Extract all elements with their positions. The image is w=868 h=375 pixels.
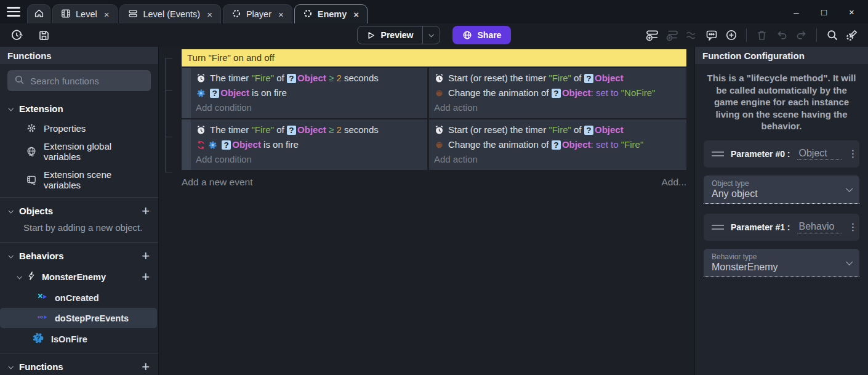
sidebar-item-scene-variables[interactable]: Extension scene variables (0, 166, 158, 194)
save-icon[interactable] (35, 26, 53, 44)
event-block-2[interactable]: The timer "Fire" of ?Object ≥ 2 seconds … (182, 119, 686, 170)
tab-home[interactable] (27, 4, 50, 23)
tab-level[interactable]: Level × (52, 4, 118, 23)
close-tab-icon[interactable]: × (207, 9, 212, 20)
event-drag-handle[interactable] (182, 68, 191, 118)
add-behavior-button[interactable]: + (142, 251, 150, 261)
close-tab-icon[interactable]: × (278, 9, 284, 20)
preview-button[interactable]: Preview (358, 26, 422, 44)
action-text: Change the animation of ?Object: set to … (448, 137, 643, 152)
redo-icon[interactable] (792, 26, 810, 44)
text-segment: of (274, 124, 287, 135)
titlebar: Level × Level (Events) × Player × (0, 0, 868, 23)
behavior-gear-icon (196, 88, 206, 99)
action-line[interactable]: Start (or reset) the timer "Fire" of ?Ob… (434, 123, 681, 137)
event-drag-handle[interactable] (182, 119, 191, 170)
action-line[interactable]: Change the animation of ?Object: set to … (434, 86, 681, 100)
chevron-down-icon (846, 259, 853, 265)
add-condition-link[interactable]: Add condition (196, 152, 422, 166)
section-objects[interactable]: Objects + (0, 201, 158, 221)
parameter-name-input[interactable]: Object (797, 148, 842, 160)
event-block-1[interactable]: The timer "Fire" of ?Object ≥ 2 seconds … (182, 68, 686, 118)
sidebar-item-global-variables[interactable]: Extension global variables (0, 137, 158, 166)
action-line[interactable]: Start (or reset) the timer "Fire" of ?Ob… (434, 71, 681, 86)
chevron-down-icon (846, 185, 853, 192)
condition-icons (196, 140, 218, 150)
sidebar-title: Functions (7, 50, 52, 61)
text-segment: Start (or reset) the timer (448, 73, 549, 83)
minimize-button[interactable]: – (782, 7, 810, 17)
section-label: Functions (19, 361, 63, 372)
config-header: Function Configuration (695, 47, 868, 64)
sidebar-item-label: Properties (44, 123, 86, 134)
close-tab-icon[interactable]: × (353, 9, 359, 20)
kebab-menu-icon[interactable]: ⋮ (848, 221, 861, 233)
main-menu-icon[interactable] (7, 6, 20, 18)
add-action-link[interactable]: Add action (434, 152, 681, 166)
condition-text: ?Object is on fire (210, 86, 287, 100)
add-object-button[interactable]: + (142, 206, 150, 216)
add-action-link[interactable]: Add action (434, 100, 681, 115)
scene-variables-icon (26, 174, 37, 185)
window-controls: – □ × (782, 0, 866, 23)
version-history-icon[interactable] (7, 26, 25, 44)
condition-line[interactable]: ?Object is on fire (196, 86, 422, 100)
section-functions[interactable]: Functions + (0, 357, 158, 375)
maximize-button[interactable]: □ (810, 7, 838, 17)
drag-handle-icon[interactable] (712, 151, 724, 156)
add-function-button[interactable]: + (142, 362, 150, 372)
preview-button-group: Preview (357, 26, 440, 44)
sidebar-item-dostepprevents[interactable]: doStepPreEvents (0, 308, 157, 328)
text-segment: Object (220, 87, 249, 98)
condition-line[interactable]: The timer "Fire" of ?Object ≥ 2 seconds (196, 123, 422, 137)
gear-icon (26, 123, 37, 134)
drag-handle-icon[interactable] (712, 225, 724, 230)
preview-options-chevron-icon[interactable] (422, 26, 440, 44)
lifecycle-dostep-icon (37, 312, 48, 325)
event-comment[interactable]: Turn "Fire" on and off (182, 49, 686, 67)
text-segment: Object (595, 124, 624, 135)
section-extension[interactable]: Extension (0, 99, 158, 119)
search-events-icon[interactable] (823, 26, 841, 44)
section-behaviors[interactable]: Behaviors + (0, 246, 158, 266)
undo-icon[interactable] (773, 26, 790, 44)
text-segment: is on fire (261, 139, 299, 150)
condition-line[interactable]: The timer "Fire" of ?Object ≥ 2 seconds (196, 71, 422, 86)
add-event-icon[interactable] (643, 26, 661, 44)
object-type-select[interactable]: Object type Any object (704, 175, 859, 204)
close-button[interactable]: × (838, 7, 866, 17)
parameter-name-input[interactable]: Behavio (797, 221, 842, 233)
condition-text: ?Object is on fire (222, 137, 299, 152)
kebab-menu-icon[interactable]: ⋮ (848, 148, 861, 159)
add-circle-icon[interactable] (722, 26, 740, 44)
add-comment-icon[interactable] (702, 26, 720, 44)
add-function-to-behavior-button[interactable]: + (142, 272, 150, 282)
search-box[interactable] (7, 70, 151, 91)
add-condition-link[interactable]: Add condition (196, 100, 422, 115)
tab-player[interactable]: Player × (223, 4, 292, 23)
add-more-link[interactable]: Add... (662, 177, 687, 188)
delete-icon[interactable] (753, 26, 771, 44)
behavior-type-select[interactable]: Behavior type MonsterEnemy (704, 249, 859, 277)
close-tab-icon[interactable]: × (104, 9, 110, 20)
add-new-event-link[interactable]: Add a new event (182, 177, 252, 188)
events-sheet-icon (128, 9, 138, 20)
sidebar-item-properties[interactable]: Properties (0, 119, 158, 137)
share-button[interactable]: Share (452, 26, 512, 44)
add-subevent-icon[interactable] (663, 26, 681, 44)
sidebar-item-oncreated[interactable]: onCreated (0, 288, 158, 308)
search-input[interactable] (30, 76, 144, 86)
tab-label: Player (246, 9, 271, 19)
behavior-monsterenemy[interactable]: MonsterEnemy + (0, 266, 158, 288)
action-line[interactable]: Change the animation of ?Object: set to … (434, 137, 681, 152)
condition-line[interactable]: ?Object is on fire (196, 137, 422, 152)
tab-enemy[interactable]: Enemy × (294, 4, 368, 23)
text-segment: Change the animation of (448, 139, 552, 150)
sidebar-item-isonfire[interactable]: ? IsOnFire (0, 328, 158, 350)
section-label: Objects (19, 206, 53, 216)
edit-extension-icon[interactable] (843, 26, 861, 44)
functions-sidebar: Functions Extension Properties (0, 47, 159, 375)
text-segment: of (571, 124, 584, 135)
tab-level-events[interactable]: Level (Events) × (119, 4, 220, 23)
add-other-event-icon[interactable] (683, 26, 701, 44)
